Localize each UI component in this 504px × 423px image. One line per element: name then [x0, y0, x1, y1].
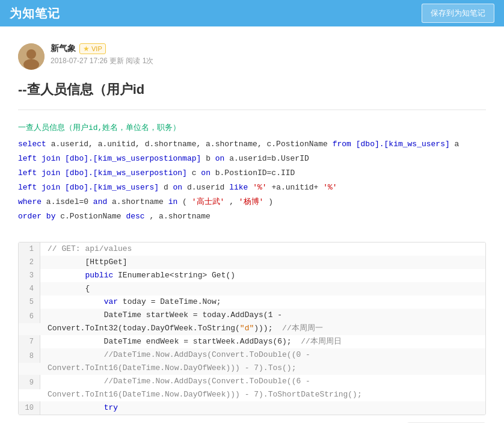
line-num-1: 1 [19, 242, 40, 256]
header: 为知笔记 保存到为知笔记 [0, 0, 504, 26]
sql-line-3: left join [dbo].[kim_ws_userpostion] c o… [18, 167, 486, 180]
line-num-2: 2 [19, 256, 40, 269]
code-line-9: 9 //DateTime.Now.AddDays(Convert.ToDoubl… [19, 375, 485, 401]
line-num-7: 7 [19, 335, 40, 348]
author-name-row: 新气象 ★ VIP [51, 43, 153, 54]
vip-badge: ★ VIP [79, 43, 106, 54]
save-button[interactable]: 保存到为知笔记 [422, 4, 494, 23]
logo: 为知笔记 [10, 5, 60, 22]
line-num-5: 5 [19, 295, 40, 309]
code-line-10: 10 try [19, 401, 485, 415]
line-content-2: [HttpGet] [40, 256, 485, 269]
sql-block: select a.userid, a.unitid, d.shortname, … [18, 138, 486, 224]
sql-line-2: left join [dbo].[kim_ws_userpostionmap] … [18, 152, 486, 165]
line-content-4: { [40, 282, 485, 295]
author-meta: 2018-07-27 17:26 更新 阅读 1次 [51, 56, 153, 66]
main-content: 新气象 ★ VIP 2018-07-27 17:26 更新 阅读 1次 --查人… [0, 26, 504, 423]
svg-point-1 [26, 49, 36, 59]
vip-label: VIP [91, 45, 102, 52]
line-num-3: 3 [19, 269, 40, 282]
code-line-5: 5 var today = DateTime.Now; [19, 295, 485, 309]
sql-comment: 一查人员信息（用户id,姓名，单位名，职务） [18, 122, 486, 133]
sql-line-6: order by c.PostionName desc , a.shortnam… [18, 210, 486, 223]
line-content-7: DateTime endWeek = startWeek.AddDays(6);… [40, 335, 485, 348]
page-title: --查人员信息（用户id [18, 81, 486, 99]
line-num-10: 10 [19, 401, 40, 415]
code-line-1: 1 // GET: api/values [19, 242, 485, 256]
line-content-6: DateTime startWeek = today.AddDays(1 - C… [40, 309, 485, 335]
line-num-6: 6 [19, 309, 40, 323]
svg-point-2 [23, 59, 39, 70]
sql-line-5: where a.isdel=0 and a.shortname in ( '高士… [18, 196, 486, 209]
line-content-3: public IEnumerable<string> Get() [40, 269, 485, 282]
code-line-6: 6 DateTime startWeek = today.AddDays(1 -… [19, 309, 485, 335]
code-line-8: 8 //DateTime.Now.AddDays(Convert.ToDoubl… [19, 348, 485, 375]
sql-line-1: select a.userid, a.unitid, d.shortname, … [18, 138, 486, 151]
divider [18, 110, 486, 110]
line-num-8: 8 [19, 348, 40, 363]
line-content-9: //DateTime.Now.AddDays(Convert.ToDouble(… [40, 375, 485, 401]
code-line-7: 7 DateTime endWeek = startWeek.AddDays(6… [19, 335, 485, 348]
line-content-8: //DateTime.Now.AddDays(Convert.ToDouble(… [40, 348, 485, 375]
sql-section: 一查人员信息（用户id,姓名，单位名，职务） select a.userid, … [18, 122, 486, 224]
author-name: 新气象 [51, 43, 76, 54]
line-content-5: var today = DateTime.Now; [40, 295, 485, 309]
avatar [18, 43, 45, 70]
line-content-10: try [40, 401, 485, 415]
line-content-1: // GET: api/values [40, 242, 485, 256]
line-num-9: 9 [19, 375, 40, 389]
code-line-3: 3 public IEnumerable<string> Get() [19, 269, 485, 282]
code-block: 1 // GET: api/values 2 [HttpGet] 3 publi… [18, 242, 486, 415]
sql-keyword-select: select [18, 140, 46, 149]
code-line-4: 4 { [19, 282, 485, 295]
author-section: 新气象 ★ VIP 2018-07-27 17:26 更新 阅读 1次 [18, 39, 486, 70]
line-num-4: 4 [19, 282, 40, 295]
sql-keyword-from: from [333, 140, 351, 149]
author-info: 新气象 ★ VIP 2018-07-27 17:26 更新 阅读 1次 [51, 43, 153, 66]
code-line-2: 2 [HttpGet] [19, 256, 485, 269]
vip-star-icon: ★ [83, 45, 90, 53]
footer-area: https://blog.csdn.net/... O Office教程网 ww… [18, 420, 486, 423]
sql-line-4: left join [dbo].[kim_ws_users] d on d.us… [18, 181, 486, 194]
